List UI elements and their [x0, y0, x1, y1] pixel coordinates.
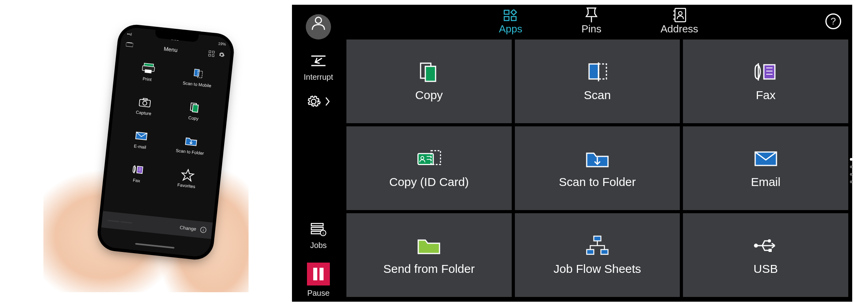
signal-indicator: ••ıl	[127, 32, 132, 36]
tile-send-from-folder[interactable]: Send from Folder	[346, 213, 512, 297]
svg-rect-9	[194, 69, 199, 76]
svg-rect-33	[504, 10, 509, 14]
svg-point-40	[679, 12, 682, 15]
svg-rect-13	[143, 98, 147, 100]
address-book-icon	[672, 9, 687, 21]
tile-email[interactable]: Email	[683, 126, 848, 210]
battery-indicator: 19%	[218, 41, 226, 46]
phone-app-label: Copy	[188, 115, 199, 121]
svg-rect-34	[504, 17, 509, 21]
phone-app-fax[interactable]: Fax	[112, 155, 163, 192]
phone-app-label: Scan to Folder	[176, 148, 204, 156]
svg-rect-42	[425, 66, 436, 81]
phone-app-label: E-mail	[134, 144, 146, 150]
svg-rect-45	[599, 64, 606, 79]
user-icon	[310, 14, 327, 32]
tile-label: Scan	[584, 88, 611, 102]
flow-sheets-icon	[584, 235, 611, 257]
apps-icon	[503, 9, 518, 21]
svg-point-23	[315, 17, 321, 23]
help-icon-label: ?	[831, 16, 836, 27]
user-account-button[interactable]	[306, 14, 331, 39]
pause-button[interactable]: Pause	[307, 263, 330, 298]
chevron-right-icon	[325, 96, 330, 107]
tab-apps[interactable]: Apps	[499, 9, 522, 35]
scan-to-mobile-icon	[191, 67, 206, 80]
info-icon[interactable]: i	[200, 226, 207, 233]
phone-app-scan-to-mobile[interactable]: Scan to Mobile	[172, 59, 223, 95]
settings-expand-button[interactable]	[307, 94, 330, 109]
jobs-button[interactable]: i Jobs	[310, 220, 327, 250]
svg-rect-46	[764, 65, 775, 79]
svg-rect-4	[208, 54, 210, 56]
left-rail: Interrupt i Jobs	[292, 5, 345, 302]
device-touchscreen: Interrupt i Jobs	[292, 5, 852, 302]
tile-fax[interactable]: Fax	[683, 39, 848, 123]
tile-label: Send from Folder	[383, 262, 475, 276]
tile-label: Fax	[756, 88, 776, 102]
svg-rect-43	[589, 64, 599, 79]
tile-scan[interactable]: Scan	[515, 39, 680, 123]
phone-app-scan-to-folder[interactable]: Scan to Folder	[165, 127, 216, 163]
phone-app-email[interactable]: E-mail	[115, 121, 166, 158]
tile-label: Job Flow Sheets	[554, 262, 641, 276]
fax-icon	[752, 61, 780, 83]
scan-to-folder-icon	[584, 148, 611, 170]
rail-label: Jobs	[310, 241, 327, 250]
help-button[interactable]: ?	[825, 13, 841, 29]
svg-rect-32	[320, 268, 324, 280]
phone-app-print[interactable]: Print	[122, 54, 173, 90]
phone-in-hand-photo: ••ıl 9:51 19% Menu	[43, 16, 249, 292]
id-card-copy-icon	[415, 148, 443, 170]
interrupt-button[interactable]: Interrupt	[304, 52, 333, 82]
svg-rect-2	[209, 51, 211, 53]
phone-frame: ••ıl 9:51 19% Menu	[99, 26, 232, 258]
camera-icon	[137, 96, 152, 109]
page-dot	[850, 180, 853, 183]
tile-job-flow-sheets[interactable]: Job Flow Sheets	[515, 213, 680, 297]
phone-footer-bar: ——— ——— Change i	[101, 211, 213, 239]
phone-app-copy[interactable]: Copy	[169, 93, 220, 129]
phone-app-capture[interactable]: Capture	[119, 88, 170, 124]
phone-app-label: Favorites	[177, 182, 195, 189]
svg-rect-3	[212, 51, 214, 53]
change-button[interactable]: Change	[180, 225, 196, 232]
svg-rect-17	[137, 166, 142, 173]
tile-copy[interactable]: Copy	[346, 39, 512, 123]
star-icon	[180, 169, 195, 182]
svg-rect-5	[212, 54, 214, 56]
page-dot	[850, 165, 853, 168]
tab-address[interactable]: Address	[660, 9, 698, 35]
panel-main: Apps Pins Address ?	[345, 5, 852, 302]
footer-blurred-info: ——— ———	[107, 218, 133, 225]
tile-label: Copy	[415, 88, 443, 102]
tile-label: Copy (ID Card)	[389, 175, 469, 189]
tile-scan-to-folder[interactable]: Scan to Folder	[515, 126, 680, 210]
svg-rect-27	[311, 227, 323, 230]
tab-label: Pins	[582, 23, 602, 35]
tile-usb[interactable]: USB	[683, 213, 848, 297]
svg-rect-56	[594, 236, 601, 241]
jobs-icon: i	[310, 220, 327, 238]
envelope-icon	[134, 130, 148, 143]
tile-copy-id-card[interactable]: Copy (ID Card)	[346, 126, 512, 210]
phone-app-label: Scan to Mobile	[182, 81, 211, 88]
phone-app-favorites[interactable]: Favorites	[162, 160, 213, 197]
app-tile-grid: Copy Scan Fax	[345, 39, 852, 302]
scan-to-folder-icon	[184, 135, 198, 148]
page-dot	[850, 173, 853, 176]
title-left-icon[interactable]	[126, 42, 133, 48]
svg-text:i: i	[323, 231, 324, 235]
svg-rect-62	[769, 249, 772, 252]
usb-icon	[752, 235, 780, 257]
gear-icon[interactable]	[218, 51, 225, 58]
scan-icon	[584, 61, 611, 83]
apps-switcher-icon[interactable]	[208, 50, 215, 57]
rail-label: Pause	[307, 289, 330, 298]
tab-pins[interactable]: Pins	[582, 9, 602, 35]
svg-rect-26	[311, 223, 323, 226]
rail-label: Interrupt	[304, 73, 333, 82]
page-indicator[interactable]	[850, 158, 853, 183]
home-indicator[interactable]	[135, 243, 174, 248]
pause-icon	[307, 263, 330, 285]
